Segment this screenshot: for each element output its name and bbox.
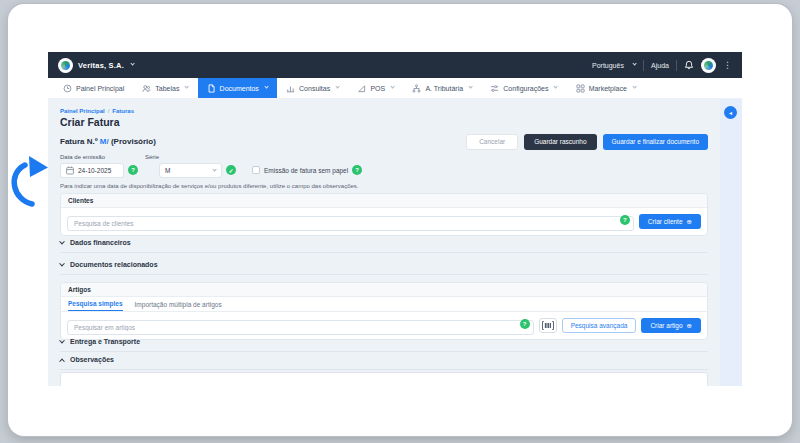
chevron-down-icon [632,62,637,67]
divider [676,60,677,71]
chevron-down-icon [391,85,396,90]
help-link[interactable]: Ajuda [651,62,669,69]
kebab-menu-icon[interactable]: ⋮ [723,61,732,70]
menu-item-label: Consultas [299,85,330,92]
breadcrumb: Painel Principal / Faturas [60,108,134,114]
app-window: Veritas, S.A. Português Ajuda ⋮ Painel P… [8,4,792,436]
articles-card: Artigos Pesquisa simples Importação múlt… [60,282,708,340]
calendar-icon [66,166,74,175]
dashboard-icon [63,84,72,93]
chevron-down-icon [59,238,65,244]
menu-item-documentos[interactable]: Documentos [198,78,277,98]
barcode-scan-button[interactable] [539,318,557,333]
section-label: Dados financeiros [70,239,131,246]
client-search-input[interactable] [67,216,634,231]
barcode-icon [542,321,554,330]
save-finalize-button[interactable]: Guardar e finalizar documento [603,134,708,150]
help-badge-icon[interactable]: ? [128,165,138,175]
create-article-label: Criar artigo [650,322,682,329]
grid-icon [576,84,585,93]
article-search-input[interactable] [67,320,534,335]
menu-item-a-tributaria[interactable]: A. Tributária [403,78,481,98]
menu-item-pos[interactable]: POS [348,78,403,98]
advanced-search-button[interactable]: Pesquisa avançada [562,318,637,333]
page-body: ◂ Painel Principal / Faturas Criar Fatur… [48,99,742,386]
menu-item-tabelas[interactable]: Tabelas [133,78,197,98]
company-menu[interactable]: Veritas, S.A. [58,58,134,73]
menu-item-label: Configurações [503,85,548,92]
company-logo-icon [58,58,73,73]
chevron-down-icon [336,85,341,90]
series-select[interactable]: M [159,163,222,178]
save-draft-button[interactable]: Guardar rascunho [524,134,596,150]
section-observacoes[interactable]: Observações [60,356,708,370]
sliders-icon [490,84,499,93]
document-icon [207,84,216,93]
section-label: Observações [70,356,114,363]
chevron-down-icon [59,260,65,266]
helper-text: Para indicar uma data de disponibilizaçã… [60,183,359,189]
section-dados-financeiros[interactable]: Dados financeiros [60,239,708,253]
page-title: Criar Fatura [60,116,120,128]
help-badge-icon[interactable]: ? [620,215,630,225]
help-badge-icon[interactable]: ? [352,165,362,175]
create-client-button[interactable]: Criar cliente ⊕ [639,214,701,229]
chevron-down-icon [554,85,559,90]
invoice-prefix: Fatura N.º [60,137,98,146]
bar-chart-icon [286,84,295,93]
company-name: Veritas, S.A. [78,61,124,70]
plus-circle-icon: ⊕ [687,322,692,330]
divider [643,60,644,71]
valid-badge-icon: ✓ [226,165,236,175]
hierarchy-icon [412,84,421,93]
tab-importacao-multipla[interactable]: Importação múltipla de artigos [135,301,222,311]
chevron-down-icon [185,85,190,90]
menu-item-marketplace[interactable]: Marketplace [567,78,645,98]
bell-icon[interactable] [684,60,694,70]
chevron-up-icon [59,358,65,364]
side-panel-strip [720,99,742,386]
language-selector[interactable]: Português [592,62,624,69]
panel-collapse-button[interactable]: ◂ [724,106,737,119]
section-documentos-relacionados[interactable]: Documentos relacionados [60,261,708,275]
create-client-label: Criar cliente [648,218,683,225]
chevron-down-icon [59,337,65,343]
issue-date-label: Data de emissão [60,154,105,160]
menu-item-configuracoes[interactable]: Configurações [481,78,566,98]
section-entrega-transporte[interactable]: Entrega e Transporte [60,338,708,352]
paperless-checkbox[interactable] [252,166,260,174]
menu-item-label: A. Tributária [425,85,463,92]
plus-circle-icon: ⊕ [687,218,692,226]
create-article-button[interactable]: Criar artigo ⊕ [641,318,701,333]
chevron-down-icon [264,85,269,90]
users-icon [142,84,151,93]
issue-date-value: 24-10-2025 [78,167,111,174]
help-badge-icon[interactable]: ? [520,319,530,329]
cancel-button[interactable]: Cancelar [466,134,518,150]
menu-item-consultas[interactable]: Consultas [277,78,348,98]
chevron-down-icon [130,62,135,67]
section-label: Documentos relacionados [70,261,158,268]
user-avatar[interactable] [701,58,716,73]
main-menu: Painel Principal Tabelas Documentos Cons… [48,78,742,99]
chevron-down-icon [632,85,637,90]
tab-pesquisa-simples[interactable]: Pesquisa simples [68,300,123,311]
paperless-label: Emissão de fatura sem papel [264,167,348,174]
set-square-icon [357,84,366,93]
menu-item-painel-principal[interactable]: Painel Principal [54,78,133,98]
series-label: Série [145,154,159,160]
chevron-down-icon [468,85,473,90]
articles-card-title: Artigos [61,283,707,297]
issue-date-field[interactable]: 24-10-2025 [60,163,124,178]
section-label: Entrega e Transporte [70,338,140,345]
breadcrumb-separator: / [108,108,110,114]
breadcrumb-painel-principal[interactable]: Painel Principal [60,108,105,114]
series-value: M [165,167,170,174]
menu-item-label: Marketplace [589,85,627,92]
articles-tabs: Pesquisa simples Importação múltipla de … [61,297,707,312]
observations-textarea[interactable] [60,372,708,386]
clients-card-title: Clientes [61,194,707,208]
breadcrumb-faturas[interactable]: Faturas [112,108,134,114]
menu-item-label: Painel Principal [76,85,124,92]
menu-item-label: Tabelas [155,85,179,92]
